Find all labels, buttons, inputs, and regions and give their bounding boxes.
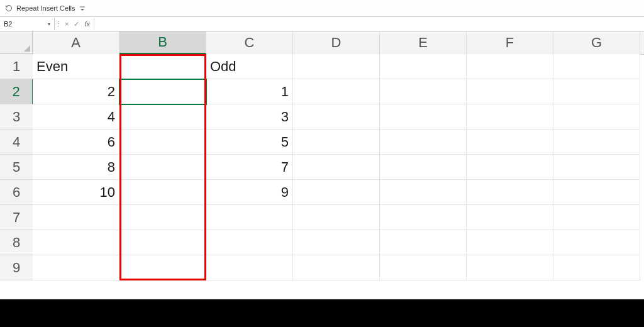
undo-icon[interactable] (5, 4, 13, 12)
row-headers: 123456789 (0, 54, 33, 280)
column-header-F[interactable]: F (467, 31, 553, 54)
cell-C5[interactable]: 7 (206, 155, 293, 180)
cell-E8[interactable] (380, 230, 467, 255)
cell-C3[interactable]: 3 (206, 104, 293, 130)
name-box-dropdown-icon[interactable]: ▾ (48, 21, 50, 27)
cell-D4[interactable] (293, 130, 380, 155)
cell-D2[interactable] (293, 79, 380, 104)
cell-D7[interactable] (293, 205, 380, 230)
cell-E2[interactable] (380, 79, 467, 104)
cell-B8[interactable] (119, 230, 206, 255)
cell-C8[interactable] (206, 230, 293, 255)
cell-D1[interactable] (293, 54, 380, 79)
cell-A9[interactable] (33, 255, 119, 280)
row-header-5[interactable]: 5 (0, 155, 33, 180)
cell-E6[interactable] (380, 180, 467, 205)
select-all-corner[interactable] (0, 31, 33, 54)
column-header-A[interactable]: A (33, 31, 119, 54)
cell-D6[interactable] (293, 180, 380, 205)
cell-F4[interactable] (467, 130, 553, 155)
confirm-icon[interactable]: ✓ (74, 20, 79, 28)
name-box[interactable]: B2 ▾ (0, 18, 55, 30)
formula-input[interactable] (94, 18, 644, 30)
cell-E5[interactable] (380, 155, 467, 180)
cell-B2[interactable] (119, 79, 206, 104)
cell-F8[interactable] (467, 230, 553, 255)
cell-B7[interactable] (119, 205, 206, 230)
cell-F6[interactable] (467, 180, 553, 205)
cell-C7[interactable] (206, 205, 293, 230)
cell-G6[interactable] (553, 180, 640, 205)
cell-E7[interactable] (380, 205, 467, 230)
row-header-4[interactable]: 4 (0, 130, 33, 155)
cell-A3[interactable]: 4 (33, 104, 119, 130)
undo-label[interactable]: Repeat Insert Cells (16, 4, 75, 12)
cell-A6[interactable]: 10 (33, 180, 119, 205)
cell-F9[interactable] (467, 255, 553, 280)
cell-F5[interactable] (467, 155, 553, 180)
name-box-value: B2 (4, 20, 48, 28)
cell-C6[interactable]: 9 (206, 180, 293, 205)
fx-icon[interactable]: fx (84, 20, 90, 28)
cell-E3[interactable] (380, 104, 467, 130)
column-header-C[interactable]: C (206, 31, 293, 54)
cell-D8[interactable] (293, 230, 380, 255)
cells-area: EvenOdd21436587109 (33, 54, 644, 299)
row-header-9[interactable]: 9 (0, 255, 33, 280)
cell-B3[interactable] (119, 104, 206, 130)
cell-G3[interactable] (553, 104, 640, 130)
cell-B9[interactable] (119, 255, 206, 280)
cell-G8[interactable] (553, 230, 640, 255)
column-headers: ABCDEFG (33, 31, 644, 55)
cancel-icon[interactable]: × (65, 20, 69, 28)
cell-G1[interactable] (553, 54, 640, 79)
cell-E1[interactable] (380, 54, 467, 79)
qat-dropdown-icon[interactable] (79, 5, 86, 11)
cell-D9[interactable] (293, 255, 380, 280)
cell-A8[interactable] (33, 230, 119, 255)
formula-bar-icons: × ✓ fx (61, 20, 94, 28)
cell-A5[interactable]: 8 (33, 155, 119, 180)
cell-B4[interactable] (119, 130, 206, 155)
cell-C4[interactable]: 5 (206, 130, 293, 155)
cell-A4[interactable]: 6 (33, 130, 119, 155)
column-header-D[interactable]: D (293, 31, 380, 54)
row-header-7[interactable]: 7 (0, 205, 33, 230)
cell-F7[interactable] (467, 205, 553, 230)
cell-C1[interactable]: Odd (206, 54, 293, 79)
cell-B1[interactable] (119, 54, 206, 79)
cell-E4[interactable] (380, 130, 467, 155)
cell-E9[interactable] (380, 255, 467, 280)
row: 109 (33, 180, 644, 205)
row-header-6[interactable]: 6 (0, 180, 33, 205)
column-header-B[interactable]: B (119, 31, 206, 54)
cell-A2[interactable]: 2 (33, 79, 119, 104)
row (33, 230, 644, 255)
cell-C2[interactable]: 1 (206, 79, 293, 104)
cell-G2[interactable] (553, 79, 640, 104)
cell-D3[interactable] (293, 104, 380, 130)
row-header-8[interactable]: 8 (0, 230, 33, 255)
row-header-2[interactable]: 2 (0, 79, 33, 104)
cell-G7[interactable] (553, 205, 640, 230)
cell-A1[interactable]: Even (33, 54, 119, 79)
cell-G5[interactable] (553, 155, 640, 180)
row (33, 205, 644, 230)
bottom-black-bar (0, 299, 644, 327)
cell-G9[interactable] (553, 255, 640, 280)
svg-marker-1 (80, 9, 84, 11)
row-header-3[interactable]: 3 (0, 104, 33, 130)
cell-B5[interactable] (119, 155, 206, 180)
row-header-1[interactable]: 1 (0, 54, 33, 79)
column-header-G[interactable]: G (553, 31, 640, 54)
cell-F1[interactable] (467, 54, 553, 79)
cell-D5[interactable] (293, 155, 380, 180)
cell-G4[interactable] (553, 130, 640, 155)
cell-F2[interactable] (467, 79, 553, 104)
cell-A7[interactable] (33, 205, 119, 230)
column-header-E[interactable]: E (380, 31, 467, 54)
cell-C9[interactable] (206, 255, 293, 280)
cell-B6[interactable] (119, 180, 206, 205)
formula-bar-options-icon[interactable]: ⋮ (55, 20, 61, 28)
cell-F3[interactable] (467, 104, 553, 130)
